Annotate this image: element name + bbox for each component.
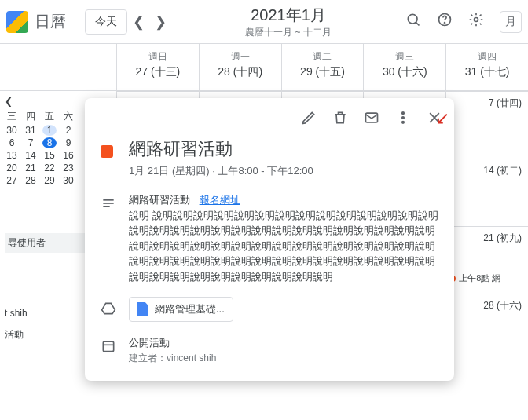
week-header-row: 週日27 (十三) 週一28 (十四) 週二29 (十五) 週三30 (十六) … xyxy=(0,44,528,91)
svg-point-0 xyxy=(408,14,417,24)
header-bar: 日曆 今天 ❮ ❯ 2021年1月 農曆十一月 ~ 十二月 月 xyxy=(0,0,528,44)
prev-period-button[interactable]: ❮ xyxy=(127,13,149,31)
visibility-icon xyxy=(101,338,116,357)
view-switcher-button[interactable]: 月 xyxy=(500,11,522,33)
close-popup-button[interactable] xyxy=(426,109,443,126)
mini-cal-prev-button[interactable]: ❮ xyxy=(5,96,13,107)
svg-point-7 xyxy=(402,117,405,119)
month-subtitle: 農曆十一月 ~ 十二月 xyxy=(171,26,405,39)
drive-icon xyxy=(101,301,116,320)
svg-point-8 xyxy=(402,122,405,124)
event-detail-popup: 網路研習活動 1月 21日 (星期四) · 上午8:00 - 下午12:00 網… xyxy=(85,98,454,381)
event-title: 網路研習活動 xyxy=(129,137,438,161)
today-button[interactable]: 今天 xyxy=(85,9,127,35)
event-datetime: 1月 21日 (星期四) · 上午8:00 - 下午12:00 xyxy=(129,164,438,178)
settings-icon[interactable] xyxy=(468,12,484,31)
day-header: 週一28 (十四) xyxy=(199,44,281,90)
calendar-logo-icon xyxy=(6,11,28,33)
attachment-chip[interactable]: 網路管理基礎... xyxy=(129,297,233,322)
day-header: 週二29 (十五) xyxy=(281,44,364,90)
search-icon[interactable] xyxy=(405,12,421,31)
svg-point-4 xyxy=(475,18,478,22)
event-visibility: 公開活動 建立者：vincent shih xyxy=(129,336,438,365)
day-header: 週日27 (十三) xyxy=(116,44,199,90)
google-doc-icon xyxy=(138,302,148,316)
day-header: 週四31 (十七) xyxy=(446,44,528,90)
event-chip[interactable]: 上午8點 網 xyxy=(449,272,500,284)
svg-point-6 xyxy=(402,112,405,115)
event-description: 網路研習活動 報名網址 說明 說明說明說明說明說明說明說明說明說明說明說明說明說… xyxy=(129,192,438,284)
description-icon xyxy=(101,195,116,214)
month-title: 2021年1月 xyxy=(171,5,405,26)
brand: 日曆 xyxy=(6,11,66,33)
svg-rect-14 xyxy=(103,341,113,352)
svg-line-1 xyxy=(416,22,419,25)
next-period-button[interactable]: ❯ xyxy=(149,13,171,31)
month-display: 2021年1月 農曆十一月 ~ 十二月 xyxy=(171,5,405,39)
edit-event-button[interactable] xyxy=(300,109,317,126)
delete-event-button[interactable] xyxy=(332,109,349,126)
event-color-icon xyxy=(101,145,113,158)
app-title: 日曆 xyxy=(35,11,66,32)
email-guests-button[interactable] xyxy=(363,109,380,126)
svg-point-3 xyxy=(445,23,446,24)
help-icon[interactable] xyxy=(437,12,453,31)
signup-link[interactable]: 報名網址 xyxy=(200,194,240,206)
options-menu-button[interactable] xyxy=(394,109,412,126)
day-header: 週三30 (十六) xyxy=(363,44,446,90)
